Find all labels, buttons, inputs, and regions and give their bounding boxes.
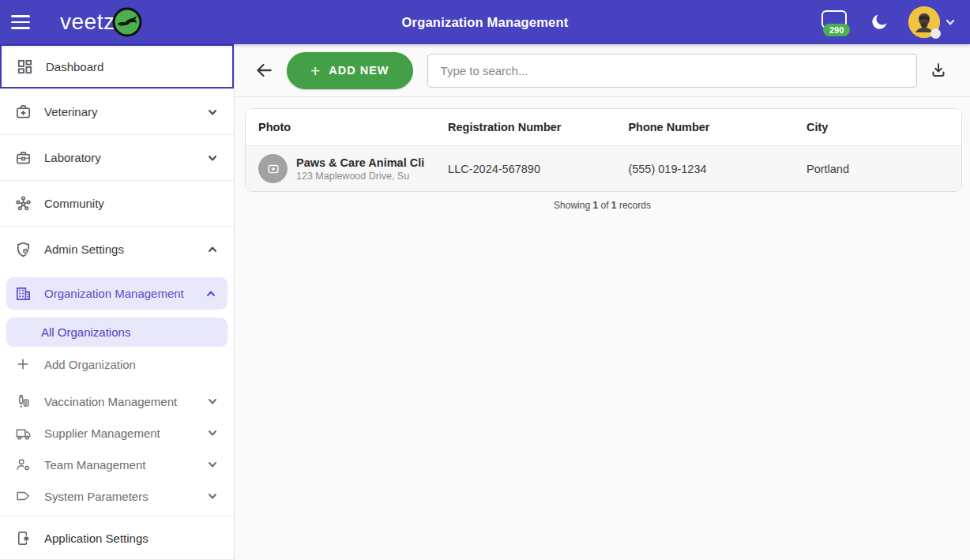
summary-of: of	[601, 200, 609, 211]
plus-icon	[14, 355, 32, 373]
summary-prefix: Showing	[554, 200, 590, 211]
sidebar-item-label: Team Management	[44, 458, 207, 472]
sidebar-item-laboratory[interactable]: Laboratory	[0, 135, 234, 180]
sidebar-item-dashboard[interactable]: Dashboard	[0, 44, 234, 88]
sidebar-item-label: Organization Management	[44, 287, 205, 300]
column-header-city: City	[794, 109, 961, 145]
chevron-down-icon	[945, 17, 956, 28]
sidebar-item-team-management[interactable]: Team Management	[0, 449, 234, 480]
topbar: veetz Organization Management 290	[0, 0, 970, 44]
add-new-button[interactable]: + ADD NEW	[287, 52, 413, 89]
sidebar-item-label: All Organizations	[41, 325, 216, 339]
sidebar-item-community[interactable]: Community	[0, 181, 234, 226]
sidebar-item-all-organizations[interactable]: All Organizations	[6, 318, 227, 347]
topbar-actions: 290	[821, 6, 956, 38]
sidebar-item-label: System Parameters	[44, 490, 207, 503]
sidebar-item-admin-settings[interactable]: Admin Settings	[0, 227, 234, 272]
org-name-stack: Paws & Care Animal Cli 123 Maplewood Dri…	[296, 156, 424, 182]
sidebar-item-supplier-management[interactable]: Supplier Management	[0, 417, 234, 449]
sidebar-item-label: Add Organization	[44, 358, 218, 371]
community-network-icon	[14, 195, 32, 212]
notification-count-badge: 290	[823, 24, 850, 36]
device-counter-button[interactable]: 290	[821, 10, 850, 34]
dark-mode-toggle[interactable]	[869, 12, 889, 32]
app-settings-icon	[14, 529, 32, 547]
brand-logo[interactable]: veetz	[60, 6, 143, 38]
sidebar-item-label: Dashboard	[46, 60, 216, 73]
hamburger-menu-icon[interactable]	[11, 9, 38, 36]
organizations-table: Photo Registration Number Phone Number C…	[245, 108, 962, 192]
chevron-up-icon	[205, 288, 216, 299]
tag-icon	[14, 487, 32, 505]
sidebar-item-system-parameters[interactable]: System Parameters	[0, 480, 234, 512]
briefcase-icon	[14, 149, 32, 167]
dashboard-grid-icon	[16, 58, 33, 75]
download-button[interactable]	[924, 56, 953, 85]
status-dot	[931, 28, 941, 39]
sidebar-item-veterinary[interactable]: Veterinary	[0, 89, 234, 134]
search-input[interactable]	[427, 54, 917, 88]
add-new-label: ADD NEW	[329, 64, 389, 77]
download-icon	[929, 61, 948, 80]
photo-cell: Paws & Care Animal Cli 123 Maplewood Dri…	[246, 146, 435, 191]
registration-number-cell: LLC-2024-567890	[435, 146, 615, 191]
sidebar-item-label: Laboratory	[44, 151, 207, 164]
back-button[interactable]	[252, 58, 276, 82]
chevron-down-icon	[207, 107, 218, 118]
sidebar-item-application-settings[interactable]: Application Settings	[0, 517, 234, 559]
sidebar-item-label: Supplier Management	[44, 427, 207, 440]
summary-shown-count: 1	[592, 200, 598, 211]
sidebar-item-add-organization[interactable]: Add Organization	[0, 347, 234, 381]
sidebar-item-label: Application Settings	[44, 532, 218, 545]
chevron-down-icon	[207, 396, 218, 407]
org-photo-placeholder-icon	[258, 154, 288, 183]
column-header-photo: Photo	[246, 109, 435, 145]
sidebar: Dashboard Veterinary Laboratory Communit…	[0, 44, 235, 560]
org-name: Paws & Care Animal Cli	[296, 156, 424, 169]
person-gear-icon	[14, 456, 32, 473]
chevron-down-icon	[207, 427, 218, 438]
sidebar-item-label: Vaccination Management	[44, 395, 207, 408]
arrow-left-icon	[254, 60, 274, 81]
sidebar-item-label: Admin Settings	[44, 242, 207, 256]
org-address: 123 Maplewood Drive, Su	[296, 171, 424, 182]
horse-logo-icon	[111, 6, 143, 38]
summary-total-count: 1	[611, 200, 617, 211]
chevron-up-icon	[207, 244, 218, 255]
toolbar: + ADD NEW	[235, 44, 970, 97]
main-content: + ADD NEW Photo Registration Number Phon…	[235, 44, 970, 560]
sidebar-item-label: Community	[44, 197, 218, 210]
moon-icon	[869, 12, 889, 32]
chevron-down-icon	[207, 459, 218, 470]
city-cell: Portland	[794, 146, 961, 191]
table-header-row: Photo Registration Number Phone Number C…	[246, 109, 961, 145]
plus-icon: +	[310, 62, 321, 79]
summary-suffix: records	[619, 200, 651, 211]
records-summary: Showing 1 of 1 records	[235, 192, 970, 216]
sidebar-item-vaccination-management[interactable]: Vaccination Management	[0, 385, 234, 417]
user-menu[interactable]	[908, 6, 956, 38]
chevron-down-icon	[207, 152, 218, 163]
building-icon	[14, 285, 32, 303]
brand-name: veetz	[60, 9, 115, 35]
column-header-phone-number: Phone Number	[615, 109, 794, 145]
column-header-registration-number: Registration Number	[435, 109, 615, 145]
sidebar-item-organization-management[interactable]: Organization Management	[6, 277, 227, 310]
table-row[interactable]: Paws & Care Animal Cli 123 Maplewood Dri…	[246, 145, 961, 191]
avatar	[908, 6, 940, 38]
shield-user-icon	[14, 241, 32, 258]
page-title: Organization Management	[402, 15, 569, 30]
medical-bag-icon	[14, 103, 32, 121]
phone-number-cell: (555) 019-1234	[615, 146, 794, 191]
sidebar-item-label: Veterinary	[44, 105, 207, 118]
truck-icon	[14, 424, 32, 442]
syringe-icon	[14, 393, 32, 410]
chevron-down-icon	[207, 490, 218, 502]
